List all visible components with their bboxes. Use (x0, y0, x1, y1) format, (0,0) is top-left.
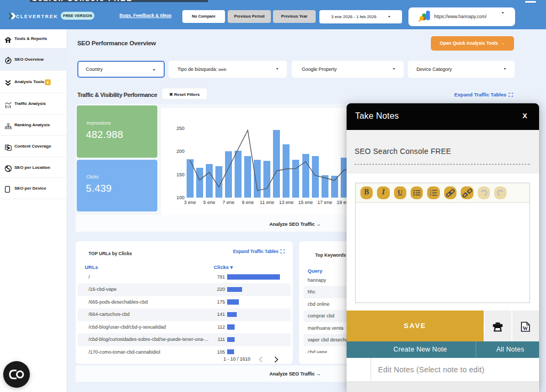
svg-text:W: W (523, 325, 528, 331)
svg-text:3: 3 (430, 194, 431, 196)
